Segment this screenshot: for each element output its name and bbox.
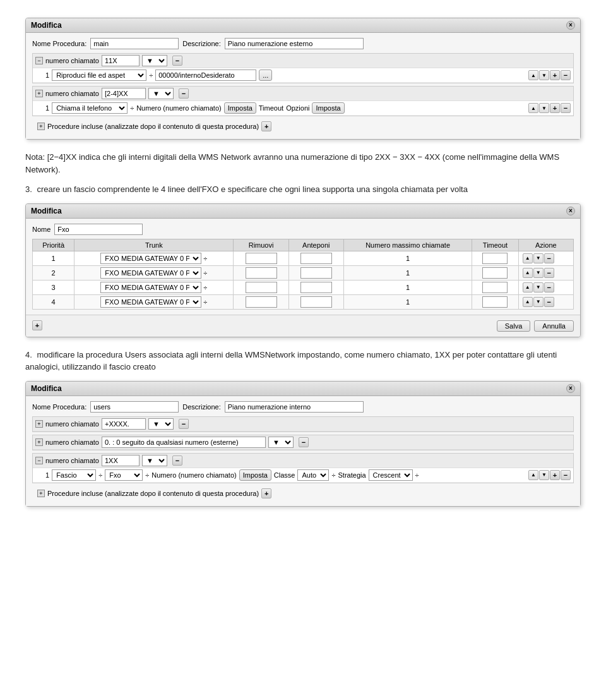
plus-btn-2[interactable]: + — [550, 103, 560, 113]
dialog2-nome-input[interactable] — [54, 224, 143, 235]
proc-value-0dot[interactable] — [102, 437, 266, 448]
proc-minus-plus-xxxx[interactable]: − — [179, 419, 189, 429]
expand-plus-xxxx[interactable]: + — [35, 420, 43, 428]
dialog2-plus[interactable]: + — [32, 320, 42, 330]
arrow-down-icon-3[interactable]: ▼ — [539, 470, 549, 480]
save-button[interactable]: Salva — [497, 320, 531, 332]
row3-minus[interactable]: − — [544, 282, 554, 293]
plus-btn-3[interactable]: + — [550, 470, 560, 480]
dialog3-nome-input[interactable] — [90, 401, 179, 413]
nome-input[interactable] — [90, 38, 179, 49]
cell-trunk-1: FXO MEDIA GATEWAY 0 PORT 1 ÷ — [74, 251, 234, 265]
child-24xx-action[interactable]: Chiama il telefono — [52, 102, 128, 114]
trunk-select-3[interactable]: FXO MEDIA GATEWAY 0 PORT 3 — [100, 282, 201, 293]
row4-up[interactable]: ▲ — [523, 297, 533, 307]
col-anteponi: Anteponi — [288, 239, 343, 251]
anteponi-input-3[interactable] — [300, 282, 332, 293]
fxo-table: Priorità Trunk Rimuovi Anteponi Numero m… — [32, 239, 574, 310]
trunk-arrow-1: ÷ — [203, 255, 207, 262]
child-1xx-strategia[interactable]: Crescente — [369, 469, 413, 481]
child-24xx-opzioni-imposta[interactable]: Imposta — [312, 102, 344, 114]
row4-minus[interactable]: − — [544, 297, 554, 307]
child-11x-browse[interactable]: ... — [259, 69, 272, 81]
proc-minus-11x[interactable]: − — [172, 56, 182, 66]
dialog3-body: Nome Procedura: Descrizione: + numero ch… — [26, 396, 580, 506]
proc-dropdown-1xx[interactable]: ▼ — [142, 455, 167, 466]
minus-btn-3[interactable]: − — [561, 470, 571, 480]
cell-priority-3: 3 — [33, 280, 74, 294]
child-1xx-fxo[interactable]: Fxo — [105, 469, 143, 481]
expand-0dot[interactable]: + — [35, 438, 43, 446]
proc-dropdown-11x[interactable]: ▼ — [142, 55, 167, 66]
dialog3-descrizione-input[interactable] — [225, 401, 364, 413]
cell-rimuovi-2 — [234, 265, 288, 280]
timeout-input-1[interactable] — [482, 253, 508, 264]
minus-btn[interactable]: − — [561, 70, 571, 80]
row1-down[interactable]: ▼ — [533, 253, 544, 263]
timeout-input-2[interactable] — [482, 267, 508, 279]
rimuovi-input-2[interactable] — [246, 267, 277, 279]
proc-dropdown-24xx[interactable]: ▼ — [148, 88, 174, 99]
proc-dropdown-plus-xxxx[interactable]: ▼ — [148, 418, 174, 430]
col-rimuovi: Rimuovi — [234, 239, 288, 251]
row2-up[interactable]: ▲ — [523, 268, 533, 278]
proc-value-1xx[interactable] — [102, 455, 140, 466]
procedures-plus-3[interactable]: + — [261, 488, 271, 498]
child-11x-action[interactable]: Riproduci file ed aspet — [52, 69, 146, 81]
dialog3-close[interactable]: × — [566, 384, 575, 393]
dialog1-title: Modifica — [31, 21, 62, 30]
child-1xx-imposta[interactable]: Imposta — [239, 469, 271, 481]
cancel-button[interactable]: Annulla — [534, 320, 574, 332]
row1-up[interactable]: ▲ — [523, 253, 533, 263]
dialog2-titlebar: Modifica × — [26, 204, 580, 219]
row2-minus[interactable]: − — [544, 268, 554, 278]
arrow-up-icon-3[interactable]: ▲ — [528, 470, 538, 480]
procedures-expand-3[interactable]: + — [37, 490, 45, 497]
procedures-plus[interactable]: + — [261, 121, 271, 131]
expand-24xx[interactable]: + — [35, 90, 43, 97]
expand-11x[interactable]: − — [35, 57, 43, 64]
dialog2-close[interactable]: × — [566, 207, 575, 215]
timeout-input-3[interactable] — [482, 282, 508, 293]
plus-btn[interactable]: + — [550, 70, 560, 80]
anteponi-input-1[interactable] — [300, 253, 332, 264]
rimuovi-input-3[interactable] — [246, 282, 277, 293]
proc-minus-24xx[interactable]: − — [179, 88, 189, 99]
proc-value-24xx[interactable] — [102, 88, 146, 99]
row3-up[interactable]: ▲ — [523, 282, 533, 293]
child-1xx-classe[interactable]: Auto — [297, 469, 329, 481]
proc-label-plus-xxxx: numero chiamato — [45, 420, 99, 428]
arrow-down-icon-2[interactable]: ▼ — [539, 103, 549, 113]
arrow-up-icon-2[interactable]: ▲ — [528, 103, 538, 113]
expand-1xx[interactable]: − — [35, 457, 43, 464]
proc-value-11x[interactable] — [102, 55, 140, 66]
child-24xx-imposta[interactable]: Imposta — [224, 102, 256, 114]
row4-down[interactable]: ▼ — [533, 297, 544, 307]
rimuovi-input-1[interactable] — [246, 253, 277, 264]
rimuovi-input-4[interactable] — [246, 296, 277, 308]
row3-down[interactable]: ▼ — [533, 282, 544, 293]
proc-dropdown-0dot[interactable]: ▼ — [268, 437, 294, 448]
child-1xx-action[interactable]: Fascio — [52, 469, 96, 481]
proc-minus-1xx[interactable]: − — [172, 456, 182, 466]
dialog-modifica-users: Modifica × Nome Procedura: Descrizione: … — [25, 381, 581, 507]
trunk-select-4[interactable]: FXO MEDIA GATEWAY 0 PORT 4 — [100, 296, 201, 308]
anteponi-input-2[interactable] — [300, 267, 332, 279]
arrow-down-icon[interactable]: ▼ — [539, 70, 549, 80]
descrizione-input[interactable] — [225, 38, 364, 49]
row2-down[interactable]: ▼ — [533, 268, 544, 278]
timeout-input-4[interactable] — [482, 296, 508, 308]
minus-btn-2[interactable]: − — [561, 103, 571, 113]
proc-value-plus-xxxx[interactable] — [102, 418, 146, 430]
cell-priority-2: 2 — [33, 265, 74, 280]
dialog1-close[interactable]: × — [566, 21, 575, 30]
proc-minus-0dot[interactable]: − — [299, 437, 309, 447]
trunk-select-1[interactable]: FXO MEDIA GATEWAY 0 PORT 1 — [100, 253, 201, 264]
row1-minus[interactable]: − — [544, 253, 554, 263]
trunk-select-2[interactable]: FXO MEDIA GATEWAY 0 PORT 2 — [100, 267, 201, 279]
anteponi-input-4[interactable] — [300, 296, 332, 308]
dialog3-nome-label: Nome Procedura: — [32, 403, 86, 411]
procedures-expand[interactable]: + — [37, 123, 45, 130]
arrow-up-icon[interactable]: ▲ — [528, 70, 538, 80]
child-11x-value[interactable] — [155, 69, 256, 81]
